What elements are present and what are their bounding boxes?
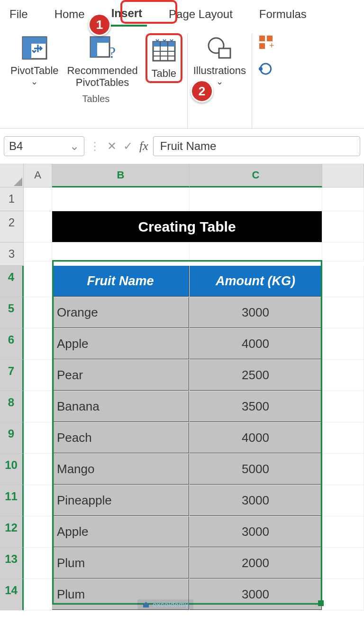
addins-button-2[interactable] — [257, 60, 275, 78]
fx-icon[interactable]: fx — [139, 139, 148, 153]
data-cell-amount[interactable]: 3500 — [190, 391, 322, 422]
svg-rect-19 — [259, 43, 265, 49]
svg-rect-17 — [259, 36, 265, 41]
data-cell-amount[interactable]: 3000 — [190, 516, 322, 547]
pivottable-label: PivotTable — [10, 65, 59, 76]
tab-file[interactable]: File — [5, 5, 33, 26]
grip-icon: ⋮ — [89, 140, 100, 153]
data-cell-amount[interactable]: 4000 — [190, 328, 322, 359]
svg-text:?: ? — [109, 44, 116, 61]
enter-icon[interactable]: ✓ — [123, 140, 133, 153]
data-cell-fruit[interactable]: Banana — [52, 391, 189, 422]
row-header[interactable]: 9 — [0, 422, 24, 454]
data-cell-amount[interactable]: 4000 — [190, 422, 322, 453]
svg-rect-3 — [23, 44, 31, 59]
data-cell-amount[interactable]: 5000 — [190, 454, 322, 485]
table-button[interactable]: Table — [146, 33, 182, 83]
row-header[interactable]: 11 — [0, 485, 24, 516]
illustrations-label: Illustrations — [193, 65, 246, 76]
table-header-fruit[interactable]: Fruit Name — [52, 266, 189, 297]
row-header[interactable]: 14 — [0, 579, 24, 610]
table-icon — [150, 37, 178, 65]
ribbon-group-tables: PivotTable ⌄ ? Recommended PivotTables — [5, 33, 188, 128]
callout-badge-2: 2 — [191, 80, 213, 103]
illustrations-button[interactable]: Illustrations ⌄ — [192, 33, 247, 85]
svg-rect-7 — [91, 43, 97, 57]
chevron-down-icon: ⌄ — [31, 79, 38, 84]
svg-rect-10 — [153, 42, 175, 47]
sheet-title: Creating Table — [52, 211, 322, 242]
data-cell-fruit[interactable]: Apple — [52, 516, 189, 547]
pivottable-button[interactable]: PivotTable ⌄ — [9, 33, 60, 85]
col-header-next[interactable] — [322, 164, 364, 187]
data-cell-amount[interactable]: 3000 — [190, 579, 322, 610]
my-addins-icon — [258, 61, 274, 77]
row-header[interactable]: 4 — [0, 266, 24, 297]
ribbon-body: PivotTable ⌄ ? Recommended PivotTables — [0, 27, 364, 129]
tab-home[interactable]: Home — [50, 5, 90, 26]
formula-input[interactable]: Fruit Name — [153, 136, 360, 156]
recommended-pivottables-label: Recommended PivotTables — [67, 65, 138, 89]
home-icon — [142, 601, 150, 608]
callout-highlight-insert — [120, 0, 177, 24]
row-header[interactable]: 5 — [0, 297, 24, 328]
formula-controls: ⋮ ✕ ✓ fx — [89, 139, 148, 153]
row-header[interactable]: 2 — [0, 211, 24, 243]
data-cell-amount[interactable]: 3000 — [190, 297, 322, 328]
data-cell-fruit[interactable]: Apple — [52, 328, 189, 359]
get-addins-icon: + — [258, 34, 274, 50]
svg-text:+: + — [269, 41, 274, 50]
svg-rect-2 — [31, 37, 46, 44]
data-cell-amount[interactable]: 2500 — [190, 360, 322, 391]
row-header[interactable]: 10 — [0, 454, 24, 485]
svg-rect-5 — [91, 37, 97, 43]
col-header-b[interactable]: B — [52, 164, 190, 187]
cancel-icon[interactable]: ✕ — [107, 140, 117, 153]
col-header-a[interactable]: A — [24, 164, 52, 187]
chevron-down-icon: ⌄ — [216, 79, 223, 84]
select-all-corner[interactable] — [0, 164, 24, 187]
data-cell-fruit[interactable]: Orange — [52, 297, 189, 328]
tab-formulas[interactable]: Formulas — [255, 5, 311, 26]
name-box[interactable]: B4 ⌄ — [4, 136, 84, 156]
svg-point-21 — [259, 67, 263, 71]
data-cell-fruit[interactable]: Pear — [52, 360, 189, 391]
data-cell-fruit[interactable]: Mango — [52, 454, 189, 485]
svg-rect-6 — [97, 37, 109, 43]
data-cell-fruit[interactable]: Pineapple — [52, 485, 189, 516]
data-cell-fruit[interactable]: Plum — [52, 548, 189, 579]
row-header[interactable]: 3 — [0, 243, 24, 266]
row-header[interactable]: 8 — [0, 391, 24, 422]
name-box-value: B4 — [9, 140, 23, 153]
ribbon-group-addins: + — [252, 33, 275, 128]
row-header[interactable]: 7 — [0, 360, 24, 391]
row-header[interactable]: 13 — [0, 548, 24, 579]
illustrations-icon — [206, 34, 233, 62]
chevron-down-icon: ⌄ — [70, 140, 79, 153]
row-header[interactable]: 12 — [0, 516, 24, 548]
formula-bar-row: B4 ⌄ ⋮ ✕ ✓ fx Fruit Name — [0, 129, 364, 164]
col-header-c[interactable]: C — [190, 164, 322, 187]
spreadsheet-grid[interactable]: A B C 1 2 Creating Table 3 4 Fruit Name … — [0, 164, 364, 610]
watermark: exceldemy — [137, 599, 193, 609]
data-cell-amount[interactable]: 2000 — [190, 548, 322, 579]
data-cell-fruit[interactable]: Peach — [52, 422, 189, 453]
row-header[interactable]: 6 — [0, 328, 24, 360]
ribbon-tabs: File Home Insert Page Layout Formulas 1 — [0, 0, 364, 27]
table-header-amount[interactable]: Amount (KG) — [190, 266, 322, 297]
row-header[interactable]: 1 — [0, 187, 24, 211]
group-label-tables: Tables — [82, 93, 109, 104]
table-label: Table — [151, 67, 176, 79]
recommended-pivottables-icon: ? — [89, 34, 116, 62]
addins-button-1[interactable]: + — [257, 33, 275, 51]
callout-badge-1: 1 — [88, 13, 111, 36]
data-cell-amount[interactable]: 3000 — [190, 485, 322, 516]
recommended-pivottables-button[interactable]: ? Recommended PivotTables — [66, 33, 139, 90]
svg-rect-16 — [219, 48, 230, 58]
pivottable-icon — [21, 34, 48, 62]
svg-rect-1 — [23, 37, 31, 44]
